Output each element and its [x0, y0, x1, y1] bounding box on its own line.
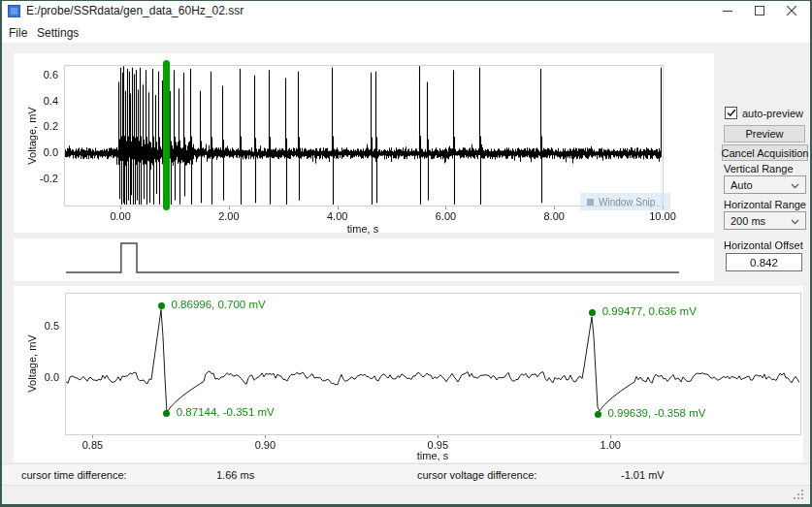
y-tick-label: 0.2	[19, 120, 58, 132]
y-tick-label: 0.6	[19, 69, 58, 80]
cursor-voltage-difference-value: -1.01 mV	[621, 469, 665, 481]
menu-bar: File Settings	[0, 21, 812, 43]
chevron-down-icon	[791, 183, 799, 189]
horizontal-range-select[interactable]: 200 ms	[724, 211, 806, 230]
cursor-annotation: 0.99477, 0.636 mV	[602, 305, 697, 317]
x-tick-label: 2.00	[208, 210, 250, 222]
window-title: E:/probe/SSRdata/gen_data_60Hz_02.ssr	[26, 4, 244, 17]
vertical-range-label: Vertical Range	[724, 163, 794, 174]
zoom-plot-panel: time, s Voltage, mV 0.86996, 0.700 mV 0.…	[14, 286, 803, 462]
stimulus-plot-panel	[14, 238, 714, 281]
y-tick-label: -0.2	[19, 173, 58, 184]
vertical-range-value: Auto	[731, 179, 753, 191]
menu-settings[interactable]: Settings	[32, 24, 83, 42]
auto-preview-checkbox[interactable]	[725, 107, 737, 119]
app-window: E:/probe/SSRdata/gen_data_60Hz_02.ssr Fi…	[0, 0, 812, 507]
auto-preview-label: auto-preview	[742, 108, 803, 119]
vertical-range-select[interactable]: Auto	[724, 175, 806, 194]
x-tick-label: 4.00	[316, 210, 359, 222]
maximize-icon	[755, 6, 764, 16]
cursor-voltage-difference-label: cursor voltage difference:	[417, 469, 536, 481]
time-cursor[interactable]	[163, 60, 170, 210]
maximize-button[interactable]	[744, 0, 775, 21]
horizontal-offset-label: Horizontal Offset	[724, 239, 803, 251]
stimulus-plot-canvas[interactable]	[14, 238, 714, 281]
zoom-y-axis-label: Voltage, mV	[26, 334, 38, 392]
app-icon	[8, 5, 20, 17]
screen-clip-watermark: Window Snip	[580, 193, 670, 210]
cursor-annotation: 0.99639, -0.358 mV	[607, 407, 705, 419]
x-tick-label: 0.90	[244, 439, 286, 451]
preview-button[interactable]: Preview	[724, 125, 805, 143]
resize-grip[interactable]	[793, 489, 805, 501]
zoom-x-axis-label: time, s	[374, 450, 491, 461]
y-tick-label: 0.0	[20, 371, 59, 383]
cancel-acquisition-button[interactable]: Cancel Acquisition	[722, 144, 808, 161]
close-icon	[787, 6, 796, 16]
minimize-icon	[723, 6, 732, 16]
watermark-text: Window Snip	[599, 197, 655, 207]
cursor-annotation: 0.86996, 0.700 mV	[172, 299, 266, 310]
cursor-annotation: 0.87144, -0.351 mV	[177, 406, 275, 418]
cursor-time-difference-value: 1.66 ms	[216, 469, 254, 481]
x-tick-label: 0.85	[71, 439, 114, 451]
cursor-time-difference-label: cursor time difference:	[21, 469, 127, 481]
overview-x-axis-label: time, s	[305, 223, 421, 235]
minimize-button[interactable]	[712, 0, 743, 21]
chevron-down-icon	[791, 219, 799, 225]
horizontal-offset-input[interactable]	[726, 253, 802, 271]
y-tick-label: 0.0	[19, 146, 58, 158]
x-tick-label: 0.00	[99, 210, 142, 222]
title-bar: E:/probe/SSRdata/gen_data_60Hz_02.ssr	[0, 0, 812, 21]
x-tick-label: 10.00	[641, 210, 684, 222]
x-tick-label: 8.00	[533, 210, 575, 222]
x-tick-label: 0.95	[416, 439, 459, 451]
menu-file[interactable]: File	[4, 24, 32, 42]
x-tick-label: 6.00	[424, 210, 467, 222]
horizontal-range-value: 200 ms	[731, 215, 765, 227]
status-bar: cursor time difference: 1.66 ms cursor v…	[0, 463, 812, 486]
y-tick-label: 0.4	[19, 95, 58, 107]
horizontal-range-label: Horizontal Range	[724, 199, 806, 210]
y-tick-label: 0.5	[20, 320, 59, 332]
clip-icon	[587, 199, 594, 206]
x-tick-label: 1.00	[589, 439, 632, 451]
checkmark-icon	[727, 109, 736, 117]
close-button[interactable]	[775, 0, 808, 21]
